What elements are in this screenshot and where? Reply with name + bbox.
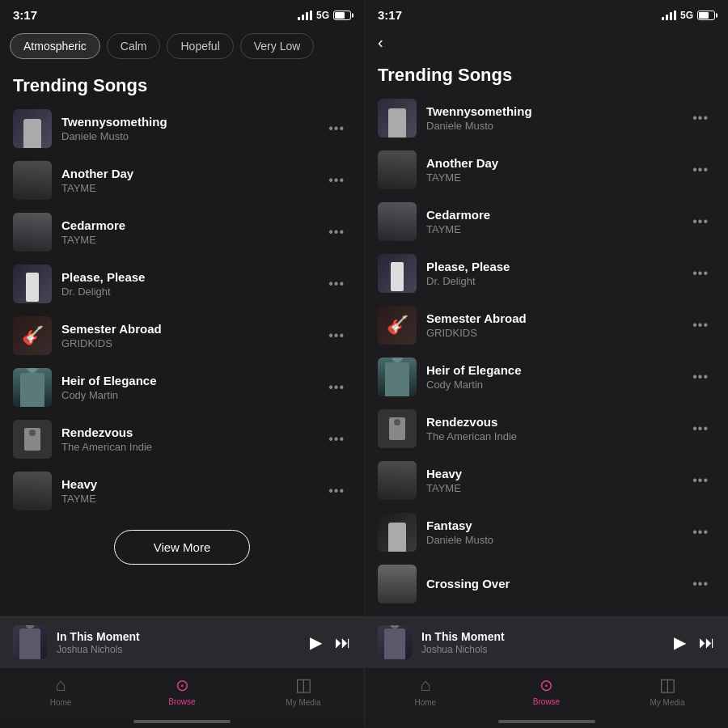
song-artist-8: TAYME — [61, 493, 322, 505]
r-song-item-7[interactable]: Rendezvous The American Indie ••• — [371, 403, 722, 455]
np-controls-left: ▶ ⏭ — [310, 633, 351, 652]
song-info-1: Twennysomething Daniele Musto — [61, 115, 322, 142]
r-song-title-8: Heavy — [426, 467, 686, 480]
r-song-info-10: Crossing Over — [426, 577, 686, 592]
r-more-button-9[interactable]: ••• — [686, 522, 715, 543]
song-item-2[interactable]: Another Day TAYME ••• — [6, 154, 358, 206]
r-song-title-10: Crossing Over — [426, 577, 686, 590]
browse-icon-right: ⊙ — [540, 675, 553, 695]
home-indicator-right — [498, 720, 595, 723]
more-button-5[interactable]: ••• — [322, 325, 351, 346]
left-song-list: Twennysomething Daniele Musto ••• Anothe… — [0, 103, 364, 517]
r-more-button-10[interactable]: ••• — [686, 574, 715, 595]
5g-icon-left: 5G — [316, 10, 329, 21]
now-playing-right: In This Moment Joshua Nichols ▶ ⏭ — [365, 616, 728, 667]
song-thumb-6 — [13, 368, 52, 407]
browse-icon-left: ⊙ — [176, 675, 189, 695]
media-icon-right: ◫ — [659, 675, 676, 696]
skip-button-left[interactable]: ⏭ — [335, 633, 351, 652]
play-button-right[interactable]: ▶ — [674, 633, 686, 652]
r-more-button-7[interactable]: ••• — [686, 418, 715, 439]
r-song-thumb-4 — [378, 254, 417, 293]
r-more-button-2[interactable]: ••• — [686, 159, 715, 180]
nav-media-left[interactable]: ◫ My Media — [243, 675, 364, 707]
status-bar-right: 3:17 5G — [365, 0, 728, 27]
r-song-title-7: Rendezvous — [426, 415, 686, 429]
status-icons-left: 5G — [298, 10, 351, 21]
r-song-item-10[interactable]: Crossing Over ••• — [371, 558, 722, 610]
r-song-item-4[interactable]: Please, Please Dr. Delight ••• — [371, 248, 722, 299]
song-thumb-2 — [13, 161, 52, 200]
play-button-left[interactable]: ▶ — [310, 633, 322, 652]
r-song-thumb-5: 🎸 — [378, 306, 417, 345]
right-panel: 3:17 5G ‹ Trending Songs — [364, 0, 728, 728]
song-item-7[interactable]: Rendezvous The American Indie ••• — [6, 413, 358, 465]
song-artist-7: The American Indie — [61, 441, 322, 453]
r-song-artist-8: TAYME — [426, 482, 686, 494]
chip-hopeful[interactable]: Hopeful — [167, 33, 233, 59]
song-item-6[interactable]: Heir of Elegance Cody Martin ••• — [6, 362, 358, 413]
song-artist-3: TAYME — [61, 234, 322, 246]
r-more-button-8[interactable]: ••• — [686, 470, 715, 491]
song-item-4[interactable]: Please, Please Dr. Delight ••• — [6, 258, 358, 310]
nav-browse-left[interactable]: ⊙ Browse — [121, 675, 243, 706]
status-icons-right: 5G — [662, 10, 715, 21]
song-item-8[interactable]: Heavy TAYME ••• — [6, 465, 358, 517]
r-song-info-1: Twennysomething Daniele Musto — [426, 104, 686, 132]
chip-calm[interactable]: Calm — [107, 33, 161, 59]
r-song-info-7: Rendezvous The American Indie — [426, 415, 686, 442]
chip-very-low[interactable]: Very Low — [240, 33, 315, 59]
media-icon-left: ◫ — [295, 675, 312, 696]
r-song-item-3[interactable]: Cedarmore TAYME ••• — [371, 196, 722, 248]
r-song-thumb-7 — [378, 409, 417, 448]
r-more-button-6[interactable]: ••• — [686, 366, 715, 387]
r-song-artist-5: GRIDKIDS — [426, 327, 686, 339]
more-button-2[interactable]: ••• — [322, 170, 351, 191]
battery-icon-right — [697, 11, 715, 20]
song-item-3[interactable]: Cedarmore TAYME ••• — [6, 206, 358, 258]
song-title-6: Heir of Elegance — [61, 374, 322, 387]
now-playing-left: In This Moment Joshua Nichols ▶ ⏭ — [0, 616, 364, 667]
right-scroll-area[interactable]: Trending Songs Twennysomething Daniele M… — [365, 55, 728, 616]
r-song-info-9: Fantasy Daniele Musto — [426, 518, 686, 546]
r-more-button-1[interactable]: ••• — [686, 108, 715, 129]
song-thumb-4 — [13, 265, 52, 303]
song-title-3: Cedarmore — [61, 218, 322, 232]
r-more-button-3[interactable]: ••• — [686, 211, 715, 232]
skip-button-right[interactable]: ⏭ — [699, 633, 715, 652]
browse-label-right: Browse — [533, 697, 560, 706]
np-title-right: In This Moment — [421, 630, 674, 643]
nav-home-left[interactable]: ⌂ Home — [0, 675, 121, 707]
bottom-nav-left: ⌂ Home ⊙ Browse ◫ My Media — [0, 667, 364, 720]
r-more-button-5[interactable]: ••• — [686, 315, 715, 336]
nav-home-right[interactable]: ⌂ Home — [365, 675, 486, 707]
r-song-item-1[interactable]: Twennysomething Daniele Musto ••• — [371, 92, 722, 144]
nav-media-right[interactable]: ◫ My Media — [607, 675, 728, 707]
chip-atmospheric[interactable]: Atmospheric — [10, 33, 100, 59]
r-song-item-8[interactable]: Heavy TAYME ••• — [371, 455, 722, 506]
np-thumb-right — [378, 625, 412, 659]
more-button-1[interactable]: ••• — [322, 118, 351, 139]
more-button-4[interactable]: ••• — [322, 273, 351, 294]
view-more-button[interactable]: View More — [114, 530, 251, 565]
song-info-7: Rendezvous The American Indie — [61, 425, 322, 453]
song-item-5[interactable]: 🎸 Semester Abroad GRIDKIDS ••• — [6, 310, 358, 362]
r-song-info-2: Another Day TAYME — [426, 156, 686, 184]
r-song-title-2: Another Day — [426, 156, 686, 170]
more-button-7[interactable]: ••• — [322, 429, 351, 450]
r-song-item-2[interactable]: Another Day TAYME ••• — [371, 144, 722, 196]
more-button-8[interactable]: ••• — [322, 480, 351, 502]
r-song-item-9[interactable]: Fantasy Daniele Musto ••• — [371, 506, 722, 558]
back-button[interactable]: ‹ — [365, 27, 397, 55]
more-button-6[interactable]: ••• — [322, 377, 351, 398]
more-button-3[interactable]: ••• — [322, 222, 351, 243]
song-item-1[interactable]: Twennysomething Daniele Musto ••• — [6, 103, 358, 154]
media-label-left: My Media — [286, 698, 320, 707]
left-scroll-area[interactable]: Trending Songs Twennysomething Daniele M… — [0, 66, 364, 616]
nav-browse-right[interactable]: ⊙ Browse — [486, 675, 607, 706]
song-artist-4: Dr. Delight — [61, 286, 322, 298]
r-song-item-6[interactable]: Heir of Elegance Cody Martin ••• — [371, 351, 722, 403]
song-info-2: Another Day TAYME — [61, 167, 322, 194]
r-song-item-5[interactable]: 🎸 Semester Abroad GRIDKIDS ••• — [371, 299, 722, 351]
r-more-button-4[interactable]: ••• — [686, 263, 715, 284]
